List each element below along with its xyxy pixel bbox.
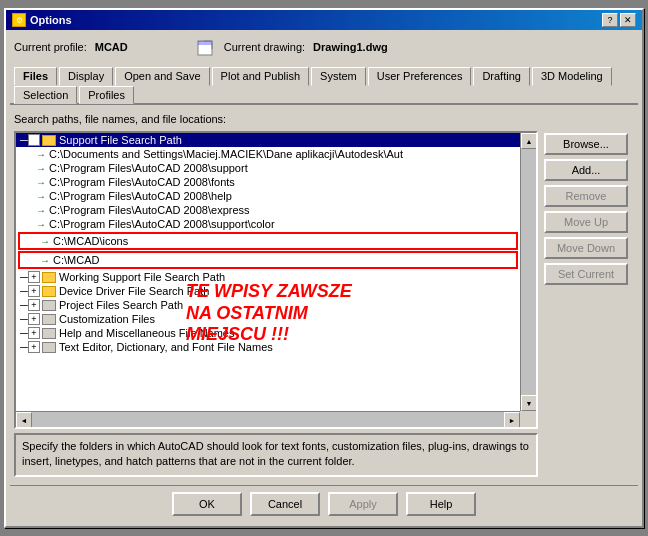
scrollbar-horizontal[interactable]: ◄ ► — [16, 411, 520, 427]
svg-rect-1 — [198, 41, 212, 45]
add-button[interactable]: Add... — [544, 159, 628, 181]
title-buttons: ? ✕ — [602, 13, 636, 27]
set-current-button[interactable]: Set Current — [544, 263, 628, 285]
tree-label-color: C:\Program Files\AutoCAD 2008\support\co… — [49, 218, 275, 230]
scroll-up-button[interactable]: ▲ — [521, 133, 537, 149]
tab-user-preferences[interactable]: User Preferences — [368, 67, 472, 86]
tree-item-support[interactable]: → C:\Program Files\AutoCAD 2008\support — [16, 161, 520, 175]
tabs-container: Files Display Open and Save Plot and Pub… — [10, 64, 638, 105]
arrow-icon-5: → — [36, 205, 46, 216]
tree-label-mcad-icons: C:\MCAD\icons — [53, 235, 128, 247]
tree-item-working[interactable]: ─ + Working Support File Search Path — [16, 270, 520, 284]
scrollbar-corner — [520, 411, 536, 427]
scroll-left-button[interactable]: ◄ — [16, 412, 32, 428]
description-box: Specify the folders in which AutoCAD sho… — [14, 433, 538, 477]
tab-display[interactable]: Display — [59, 67, 113, 86]
drawing-icon — [196, 37, 216, 57]
expand-icon-7[interactable]: + — [28, 341, 40, 353]
tree-label-device: Device Driver File Search Path — [59, 285, 209, 297]
tree-label-text-editor: Text Editor, Dictionary, and Font File N… — [59, 341, 273, 353]
folder-icon-3 — [42, 286, 56, 297]
browse-button[interactable]: Browse... — [544, 133, 628, 155]
tree-item-device[interactable]: ─ + Device Driver File Search Path — [16, 284, 520, 298]
main-content: Search paths, file names, and file locat… — [10, 109, 638, 481]
window-body: Current profile: MCAD Current drawing: D… — [6, 30, 642, 526]
scroll-down-button[interactable]: ▼ — [521, 395, 537, 411]
close-title-button[interactable]: ✕ — [620, 13, 636, 27]
tree-label-customization: Customization Files — [59, 313, 155, 325]
scroll-track-v[interactable] — [521, 149, 536, 395]
tree-item-color[interactable]: → C:\Program Files\AutoCAD 2008\support\… — [16, 217, 520, 231]
tree-item-customization[interactable]: ─ + Customization Files — [16, 312, 520, 326]
current-profile-label: Current profile: — [14, 41, 87, 53]
arrow-icon-7: → — [40, 236, 50, 247]
tree-item-docs[interactable]: → C:\Documents and Settings\Maciej.MACIE… — [16, 147, 520, 161]
expand-icon-4[interactable]: + — [28, 299, 40, 311]
tab-system[interactable]: System — [311, 67, 366, 86]
tree-item-express[interactable]: → C:\Program Files\AutoCAD 2008\express — [16, 203, 520, 217]
scroll-right-button[interactable]: ► — [504, 412, 520, 428]
current-drawing-label: Current drawing: — [224, 41, 305, 53]
tree-label-support: C:\Program Files\AutoCAD 2008\support — [49, 162, 248, 174]
cancel-button[interactable]: Cancel — [250, 492, 320, 516]
move-up-button[interactable]: Move Up — [544, 211, 628, 233]
arrow-icon: → — [36, 149, 46, 160]
tree-item-help-misc[interactable]: ─ + Help and Miscellaneous File Names — [16, 326, 520, 340]
expand-icon-6[interactable]: + — [28, 327, 40, 339]
options-window: ⚙ Options ? ✕ Current profile: MCAD Curr… — [4, 8, 644, 528]
tree-item-fonts[interactable]: → C:\Program Files\AutoCAD 2008\fonts — [16, 175, 520, 189]
tree-label-express: C:\Program Files\AutoCAD 2008\express — [49, 204, 250, 216]
file-icon-4 — [42, 342, 56, 353]
tab-3d-modeling[interactable]: 3D Modeling — [532, 67, 612, 86]
remove-button[interactable]: Remove — [544, 185, 628, 207]
tab-drafting[interactable]: Drafting — [473, 67, 530, 86]
folder-icon — [42, 135, 56, 146]
tree-label-project: Project Files Search Path — [59, 299, 183, 311]
apply-button[interactable]: Apply — [328, 492, 398, 516]
arrow-icon-2: → — [36, 163, 46, 174]
tree-container: ─ - Support File Search Path → C:\Docume… — [14, 131, 538, 429]
tree-label-working: Working Support File Search Path — [59, 271, 225, 283]
tab-profiles[interactable]: Profiles — [79, 86, 134, 104]
tree-connector-3: ─ — [20, 285, 28, 297]
tree-item-root[interactable]: ─ - Support File Search Path — [16, 133, 520, 147]
tree-label-help: C:\Program Files\AutoCAD 2008\help — [49, 190, 232, 202]
move-down-button[interactable]: Move Down — [544, 237, 628, 259]
tree-label-help-misc: Help and Miscellaneous File Names — [59, 327, 234, 339]
help-title-button[interactable]: ? — [602, 13, 618, 27]
tree-label-fonts: C:\Program Files\AutoCAD 2008\fonts — [49, 176, 235, 188]
expand-icon[interactable]: - — [28, 134, 40, 146]
tree-connector: ─ — [20, 134, 28, 146]
scrollbar-vertical[interactable]: ▲ ▼ — [520, 133, 536, 411]
help-button[interactable]: Help — [406, 492, 476, 516]
expand-icon-3[interactable]: + — [28, 285, 40, 297]
bottom-bar: OK Cancel Apply Help — [10, 485, 638, 522]
tree-item-mcad[interactable]: → C:\MCAD — [18, 251, 518, 269]
left-panel: Search paths, file names, and file locat… — [14, 113, 538, 477]
tree-connector-4: ─ — [20, 299, 28, 311]
tab-open-save[interactable]: Open and Save — [115, 67, 209, 86]
title-bar-left: ⚙ Options — [12, 13, 72, 27]
tab-plot-publish[interactable]: Plot and Publish — [212, 67, 310, 86]
tree-label-docs: C:\Documents and Settings\Maciej.MACIEK\… — [49, 148, 403, 160]
arrow-icon-8: → — [40, 255, 50, 266]
tree-item-project[interactable]: ─ + Project Files Search Path — [16, 298, 520, 312]
ok-button[interactable]: OK — [172, 492, 242, 516]
tree-item-mcad-icons[interactable]: → C:\MCAD\icons — [18, 232, 518, 250]
tab-files[interactable]: Files — [14, 67, 57, 86]
tree-connector-5: ─ — [20, 313, 28, 325]
window-title: Options — [30, 14, 72, 26]
scroll-track-h[interactable] — [32, 412, 504, 427]
expand-icon-5[interactable]: + — [28, 313, 40, 325]
profile-bar: Current profile: MCAD Current drawing: D… — [10, 34, 638, 60]
arrow-icon-3: → — [36, 177, 46, 188]
file-icon-2 — [42, 314, 56, 325]
expand-icon-2[interactable]: + — [28, 271, 40, 283]
arrow-icon-4: → — [36, 191, 46, 202]
arrow-icon-6: → — [36, 219, 46, 230]
file-icon-3 — [42, 328, 56, 339]
tree-item-help[interactable]: → C:\Program Files\AutoCAD 2008\help — [16, 189, 520, 203]
tab-selection[interactable]: Selection — [14, 86, 77, 104]
tree-item-text-editor[interactable]: ─ + Text Editor, Dictionary, and Font Fi… — [16, 340, 520, 354]
folder-icon-2 — [42, 272, 56, 283]
